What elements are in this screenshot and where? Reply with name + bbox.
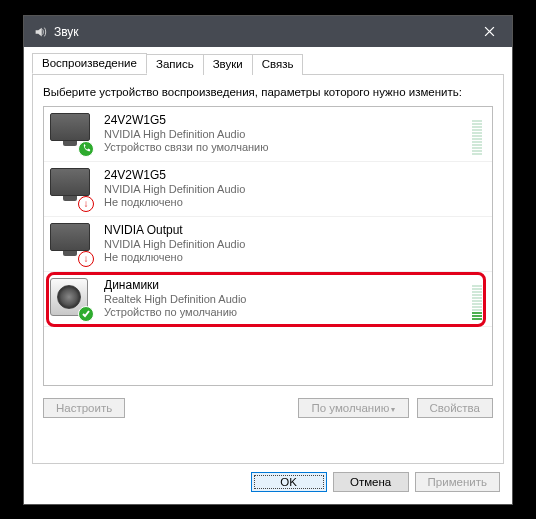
sound-dialog: Звук Воспроизведение Запись Звуки Связь … <box>23 15 513 505</box>
monitor-icon <box>50 113 92 155</box>
panel-prompt: Выберите устройство воспроизведения, пар… <box>43 85 493 100</box>
tab-sounds[interactable]: Звуки <box>203 54 253 75</box>
device-name: Динамики <box>104 278 472 293</box>
tab-playback[interactable]: Воспроизведение <box>32 53 147 74</box>
window-title: Звук <box>54 25 79 39</box>
titlebar[interactable]: Звук <box>24 16 512 47</box>
device-status: Устройство по умолчанию <box>104 306 472 320</box>
playback-panel: Выберите устройство воспроизведения, пар… <box>32 74 504 464</box>
tab-recording[interactable]: Запись <box>146 54 204 75</box>
device-row[interactable]: Динамики Realtek High Definition Audio У… <box>44 272 492 327</box>
set-default-button[interactable]: По умолчанию <box>298 398 408 418</box>
ok-button[interactable]: OK <box>251 472 327 492</box>
device-row[interactable]: ↓ NVIDIA Output NVIDIA High Definition A… <box>44 217 492 272</box>
arrow-down-badge-icon: ↓ <box>78 196 94 212</box>
panel-buttons: Настроить По умолчанию Свойства <box>43 398 493 418</box>
device-driver: NVIDIA High Definition Audio <box>104 238 482 252</box>
device-list[interactable]: 24V2W1G5 NVIDIA High Definition Audio Ус… <box>43 106 493 386</box>
properties-button[interactable]: Свойства <box>417 398 494 418</box>
level-meter <box>472 278 482 320</box>
speaker-icon <box>50 278 92 320</box>
level-meter <box>472 113 482 155</box>
dialog-buttons: OK Отмена Применить <box>24 472 512 504</box>
monitor-icon: ↓ <box>50 223 92 265</box>
device-driver: Realtek High Definition Audio <box>104 293 472 307</box>
device-status: Не подключено <box>104 251 482 265</box>
device-row[interactable]: 24V2W1G5 NVIDIA High Definition Audio Ус… <box>44 107 492 162</box>
device-name: 24V2W1G5 <box>104 113 472 128</box>
apply-button[interactable]: Применить <box>415 472 500 492</box>
configure-button[interactable]: Настроить <box>43 398 125 418</box>
phone-badge-icon <box>78 141 94 157</box>
device-status: Устройство связи по умолчанию <box>104 141 472 155</box>
cancel-button[interactable]: Отмена <box>333 472 409 492</box>
device-name: 24V2W1G5 <box>104 168 482 183</box>
device-name: NVIDIA Output <box>104 223 482 238</box>
arrow-down-badge-icon: ↓ <box>78 251 94 267</box>
tab-communications[interactable]: Связь <box>252 54 304 75</box>
device-status: Не подключено <box>104 196 482 210</box>
tab-strip: Воспроизведение Запись Звуки Связь <box>32 53 504 74</box>
sound-icon <box>32 24 48 40</box>
monitor-icon: ↓ <box>50 168 92 210</box>
check-badge-icon <box>78 306 94 322</box>
device-driver: NVIDIA High Definition Audio <box>104 128 472 142</box>
close-button[interactable] <box>467 16 512 47</box>
device-driver: NVIDIA High Definition Audio <box>104 183 482 197</box>
device-row[interactable]: ↓ 24V2W1G5 NVIDIA High Definition Audio … <box>44 162 492 217</box>
